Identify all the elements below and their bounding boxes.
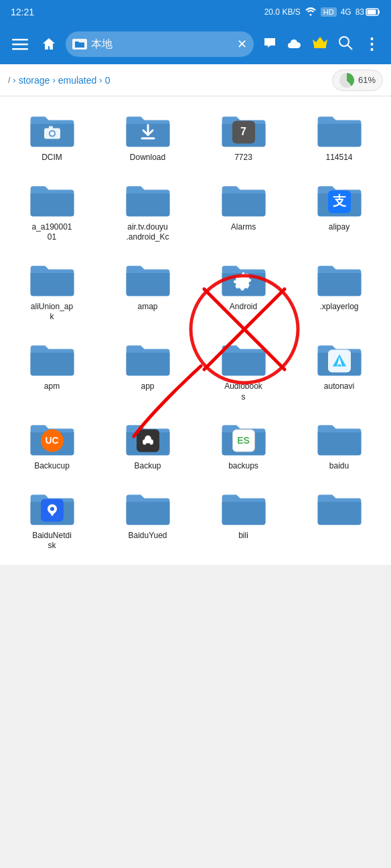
folder-item-download[interactable]: Download — [101, 104, 194, 169]
folder-item-app[interactable]: app — [101, 333, 194, 408]
folder-label-android: Android — [230, 302, 257, 313]
folder-item-alarms[interactable]: Alarms — [197, 174, 290, 248]
folder-icon-wrap-a_a19000101 — [28, 179, 76, 220]
svg-rect-6 — [314, 46, 326, 48]
folder-label-amap: amap — [137, 302, 157, 313]
svg-point-18 — [149, 440, 153, 445]
folder-icon-wrap-app — [124, 339, 172, 379]
svg-point-17 — [143, 440, 147, 445]
folder-icon-wrap-7723: 7 — [220, 110, 268, 150]
folder-label-autonavi: autonavi — [324, 381, 354, 392]
folder-icon-wrap-aliunion_apk — [28, 259, 76, 299]
file-grid-wrapper: DCIM Download 77723 114514 a_a190001 01 … — [0, 96, 391, 565]
folder-icon-wrap-backup — [124, 418, 172, 458]
folder-icon-wrap-air_tv_douyu — [124, 179, 172, 220]
home-button[interactable] — [37, 33, 60, 56]
breadcrumb-chevron-1: › — [13, 75, 15, 85]
folder-item-114514[interactable]: 114514 — [293, 104, 386, 169]
toolbar-right-icons: ⋮ — [259, 32, 383, 56]
folder-icon-wrap-backups: ES — [220, 418, 268, 458]
menu-button[interactable] — [8, 32, 32, 56]
status-bar: 12:21 20.0 KB/S HD 4G 83 — [0, 0, 391, 24]
folder-item-alipay[interactable]: 支alipay — [293, 174, 386, 248]
status-icons: 20.0 KB/S HD 4G 83 — [264, 7, 380, 18]
svg-point-7 — [339, 37, 349, 46]
search-button[interactable] — [334, 33, 357, 56]
folder-icon-wrap-download — [124, 110, 172, 150]
folder-icon-wrap-apm — [28, 339, 76, 379]
hd-label: HD — [321, 7, 337, 17]
folder-item-aliunion_apk[interactable]: aliUnion_ap k — [5, 254, 98, 328]
folder-icon-wrap-alarms — [220, 179, 268, 220]
folder-label-audiobooks: Audiobook s — [224, 381, 262, 402]
tab-label: 本地 — [91, 37, 112, 52]
file-grid: DCIM Download 77723 114514 a_a190001 01 … — [0, 96, 391, 565]
svg-point-11 — [50, 132, 54, 136]
folder-label-backups: backups — [228, 461, 258, 472]
folder-icon-wrap-backucup: UC — [28, 418, 76, 458]
breadcrumb-emulated[interactable]: emulated — [58, 75, 97, 86]
folder-icon-wrap-baidunetdi — [28, 488, 76, 528]
toolbar: 本地 ✕ ⋮ — [0, 24, 391, 64]
folder-label-7723: 7723 — [234, 153, 252, 163]
more-button[interactable]: ⋮ — [360, 32, 383, 56]
cloud-button[interactable] — [283, 34, 306, 55]
folder-icon-wrap-baidu — [315, 418, 364, 458]
folder-icon-wrap-114514 — [315, 110, 364, 150]
folder-item-autonavi[interactable]: autonavi — [293, 333, 386, 408]
folder-icon-wrap-partial — [315, 488, 364, 528]
svg-point-19 — [50, 507, 54, 511]
folder-item-baiduyued[interactable]: BaiduYued — [101, 483, 194, 557]
chat-button[interactable] — [259, 33, 281, 56]
breadcrumb-bar: / › storage › emulated › 0 61% — [0, 64, 391, 96]
folder-item-a_a19000101[interactable]: a_a190001 01 — [5, 174, 98, 248]
folder-label-baidunetdi: BaiduNetdi sk — [32, 531, 72, 551]
folder-item-partial[interactable] — [293, 483, 386, 557]
folder-item-amap[interactable]: amap — [101, 254, 194, 328]
folder-item-backup[interactable]: Backup — [101, 413, 194, 477]
folder-label-aliunion_apk: aliUnion_ap k — [31, 302, 73, 323]
svg-rect-12 — [49, 126, 53, 129]
folder-item-bili[interactable]: bili — [197, 483, 290, 557]
folder-item-dcim[interactable]: DCIM — [5, 104, 98, 169]
folder-icon-wrap-bili — [220, 488, 268, 528]
folder-item-audiobooks[interactable]: Audiobook s — [197, 333, 290, 408]
folder-item-apm[interactable]: apm — [5, 333, 98, 408]
svg-rect-4 — [12, 44, 28, 46]
tab-pill[interactable]: 本地 ✕ — [66, 31, 254, 57]
folder-label-alarms: Alarms — [231, 222, 256, 233]
folder-item-7723[interactable]: 77723 — [197, 104, 290, 169]
breadcrumb-chevron-2: › — [52, 75, 55, 85]
folder-icon-wrap-dcim — [28, 110, 76, 150]
folder-label-backucup: Backucup — [34, 461, 70, 472]
folder-item-baidu[interactable]: baidu — [293, 413, 386, 477]
root-slash: / — [8, 76, 10, 85]
svg-rect-2 — [378, 11, 380, 14]
signal-label: 4G — [341, 7, 351, 17]
folder-label-a_a19000101: a_a190001 01 — [31, 222, 72, 243]
breadcrumb-storage[interactable]: storage — [19, 75, 50, 86]
storage-percent: 61% — [358, 75, 376, 85]
folder-item-air_tv_douyu[interactable]: air.tv.douyu .android_Kc — [101, 174, 194, 248]
crown-button[interactable] — [309, 34, 331, 55]
folder-icon-wrap-alipay: 支 — [315, 179, 364, 220]
tab-close-button[interactable]: ✕ — [237, 37, 247, 52]
breadcrumb-current[interactable]: 0 — [105, 75, 110, 86]
folder-item-android[interactable]: Android — [197, 254, 290, 328]
folder-label-114514: 114514 — [325, 153, 352, 163]
folder-icon-wrap-autonavi — [315, 339, 364, 379]
folder-label-xplayerlog: .xplayerlog — [319, 302, 358, 313]
folder-label-baiduyued: BaiduYued — [128, 531, 167, 541]
folder-item-baidunetdi[interactable]: BaiduNetdi sk — [5, 483, 98, 557]
folder-icon-wrap-audiobooks — [220, 339, 268, 379]
folder-label-download: Download — [130, 153, 165, 163]
status-time: 12:21 — [11, 7, 34, 17]
breadcrumb-chevron-3: › — [99, 75, 102, 85]
battery-icon: 83 — [356, 7, 380, 17]
folder-item-backups[interactable]: ESbackups — [197, 413, 290, 477]
folder-item-backucup[interactable]: UCBackucup — [5, 413, 98, 477]
folder-item-xplayerlog[interactable]: .xplayerlog — [293, 254, 386, 328]
folder-icon-wrap-android — [220, 259, 268, 299]
svg-rect-3 — [12, 39, 28, 41]
svg-rect-5 — [12, 48, 28, 50]
